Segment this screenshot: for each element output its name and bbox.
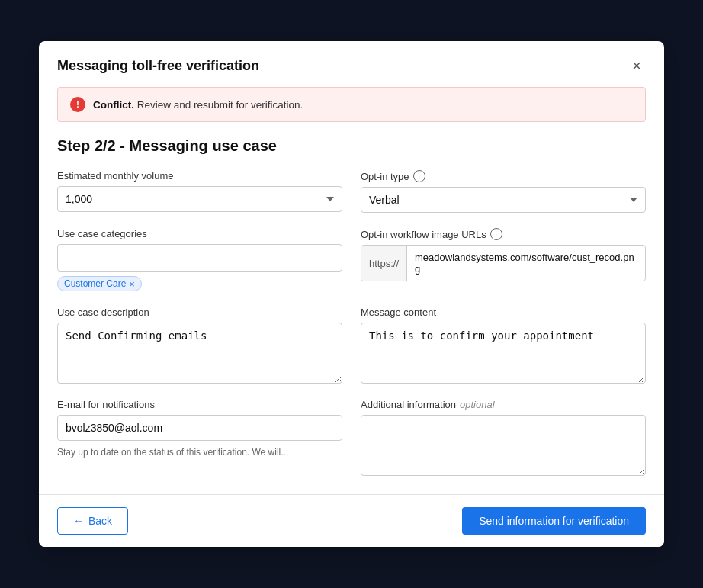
conflict-rest: Review and resubmit for verification.	[137, 99, 303, 111]
close-button[interactable]: ×	[628, 56, 646, 75]
modal-backdrop: Messaging toll-free verification × ! Con…	[0, 0, 703, 588]
url-value: meadowlandsystems.com/software/cust_reco…	[407, 246, 645, 281]
modal-body: ! Conflict. Review and resubmit for veri…	[39, 87, 664, 494]
email-helper-text: Stay up to date on the status of this ve…	[57, 447, 342, 458]
modal-container: Messaging toll-free verification × ! Con…	[39, 41, 664, 547]
modal-header: Messaging toll-free verification ×	[39, 41, 664, 87]
additional-info-textarea[interactable]	[361, 415, 646, 476]
opt-in-type-info-icon[interactable]: i	[413, 170, 425, 182]
back-button[interactable]: ← Back	[57, 507, 128, 535]
step-title: Step 2/2 - Messaging use case	[57, 137, 646, 155]
use-case-description-group: Use case description Send Confirming ema…	[57, 307, 342, 384]
url-prefix: https://	[361, 246, 407, 281]
opt-in-type-group: Opt-in type i Verbal	[361, 170, 646, 213]
conflict-bold: Conflict.	[93, 99, 134, 111]
optional-label: optional	[460, 399, 495, 410]
use-case-categories-group: Use case categories Customer Care ×	[57, 228, 342, 291]
back-arrow: ←	[73, 515, 84, 527]
form-grid: Estimated monthly volume 1,000 Opt-in ty…	[57, 170, 646, 476]
conflict-text: Conflict. Review and resubmit for verifi…	[93, 99, 303, 111]
url-input-container: https:// meadowlandsystems.com/software/…	[361, 245, 646, 281]
additional-info-label: Additional information optional	[361, 399, 646, 410]
opt-in-type-label: Opt-in type i	[361, 170, 646, 182]
use-case-categories-label: Use case categories	[57, 228, 342, 239]
category-input[interactable]	[64, 249, 335, 262]
tag-input-container[interactable]	[57, 244, 342, 272]
monthly-volume-select[interactable]: 1,000	[57, 186, 342, 212]
conflict-banner: ! Conflict. Review and resubmit for veri…	[57, 87, 646, 122]
email-notifications-group: E-mail for notifications Stay up to date…	[57, 399, 342, 476]
back-label: Back	[88, 515, 112, 527]
tag-remove-button[interactable]: ×	[129, 279, 135, 289]
modal-title: Messaging toll-free verification	[57, 58, 259, 74]
additional-info-group: Additional information optional	[361, 399, 646, 476]
opt-in-urls-label: Opt-in workflow image URLs i	[361, 228, 646, 240]
message-content-label: Message content	[361, 307, 646, 318]
submit-button[interactable]: Send information for verification	[462, 507, 646, 535]
modal-footer: ← Back Send information for verification	[39, 494, 664, 547]
use-case-description-textarea[interactable]: Send Confirming emails	[57, 323, 342, 384]
monthly-volume-group: Estimated monthly volume 1,000	[57, 170, 342, 213]
monthly-volume-label: Estimated monthly volume	[57, 170, 342, 182]
tag-customer-care: Customer Care ×	[57, 276, 142, 291]
opt-in-urls-group: Opt-in workflow image URLs i https:// me…	[361, 228, 646, 291]
message-content-group: Message content This is to confirm your …	[361, 307, 646, 384]
tags-row: Customer Care ×	[57, 276, 342, 291]
opt-in-type-select[interactable]: Verbal	[361, 187, 646, 213]
email-notifications-input[interactable]	[57, 415, 342, 441]
message-content-textarea[interactable]: This is to confirm your appointment	[361, 323, 646, 384]
email-notifications-label: E-mail for notifications	[57, 399, 342, 410]
tag-label: Customer Care	[64, 278, 126, 289]
conflict-icon: !	[70, 97, 85, 112]
use-case-description-label: Use case description	[57, 307, 342, 318]
opt-in-urls-info-icon[interactable]: i	[490, 228, 502, 240]
